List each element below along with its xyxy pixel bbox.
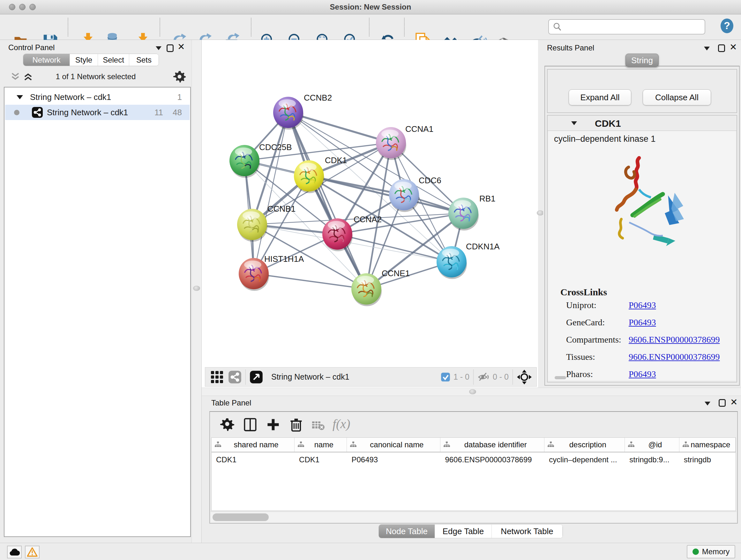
results-splitter[interactable] (538, 40, 543, 388)
network-canvas[interactable]: CCNB2CCNA1CDC25BCDK1CDC6RB1CCNB1CCNA2CDK… (202, 40, 538, 366)
maximize-panel-button[interactable] (166, 44, 174, 52)
search-input[interactable] (548, 19, 705, 35)
add-column-icon[interactable] (266, 418, 280, 432)
tab-node-table[interactable]: Node Table (379, 524, 435, 538)
horizontal-splitter[interactable] (202, 388, 741, 396)
network-collection-row[interactable]: String Network – cdk1 1 (5, 89, 190, 105)
string-view-icon[interactable] (228, 370, 242, 384)
hierarchy-icon (298, 440, 304, 449)
crosslink-value[interactable]: 9606.ENSP00000378699 (629, 352, 720, 362)
close-panel-button[interactable]: ✕ (178, 43, 185, 51)
results-buttons-box: Expand All Collapse All (547, 69, 737, 113)
table-scrollbar-thumb[interactable] (212, 513, 269, 521)
crosslink-label: GeneCard: (566, 317, 605, 327)
tab-string[interactable]: String (625, 54, 659, 67)
vertical-splitter[interactable] (192, 40, 202, 543)
table-options-gear-icon[interactable] (220, 418, 234, 432)
grid-view-icon[interactable] (210, 370, 224, 384)
collapse-all-button[interactable]: Collapse All (643, 89, 711, 105)
network-node-CCNA2[interactable] (322, 219, 353, 251)
network-edge-count: 48 (173, 108, 182, 118)
crosslink-value[interactable]: P06493 (629, 369, 656, 379)
table-cell[interactable]: CDK1 (294, 452, 347, 467)
node-label-CCNA2: CCNA2 (354, 214, 382, 224)
main-toolbar: ? (0, 15, 741, 40)
control-panel-tabs: Network Style Select Sets (23, 54, 159, 66)
crosslinks-title: CrossLinks (560, 287, 607, 298)
close-results-button[interactable]: ✕ (730, 44, 737, 51)
table-cell[interactable]: CDK1 (212, 452, 294, 467)
column-header-namespace[interactable]: namespace (679, 438, 736, 452)
table-horizontal-scrollbar[interactable] (211, 511, 737, 522)
tab-select[interactable]: Select (98, 54, 129, 66)
float-panel-button[interactable] (156, 46, 161, 50)
network-node-count: 11 (154, 108, 163, 118)
close-table-button[interactable]: ✕ (730, 398, 738, 406)
maximize-results-button[interactable] (718, 44, 725, 52)
warnings-button[interactable] (25, 546, 40, 558)
cloud-icon (9, 548, 20, 556)
network-options-gear-icon[interactable] (173, 70, 186, 83)
expand-all-button[interactable]: Expand All (569, 89, 631, 105)
table-box: f(x) shared namenamecanonical namedataba… (209, 411, 738, 523)
network-node-CCNE1[interactable] (351, 273, 382, 306)
collection-expander-icon[interactable] (17, 95, 23, 99)
column-header-canonical-name[interactable]: canonical name (347, 438, 441, 452)
column-header-database-identifier[interactable]: database identifier (441, 438, 544, 452)
pan-crosshair-icon[interactable] (517, 369, 532, 385)
cloud-button[interactable] (7, 546, 22, 558)
float-results-button[interactable] (704, 47, 710, 51)
status-bar: Memory (0, 543, 741, 560)
network-node-CCNA1[interactable] (376, 127, 406, 160)
table-cell[interactable]: cyclin–dependent ... (544, 452, 625, 467)
crosslink-value[interactable]: P06493 (629, 300, 656, 310)
hierarchy-icon (350, 440, 356, 449)
network-node-CDK1[interactable] (294, 160, 324, 193)
delete-column-icon[interactable] (289, 418, 303, 432)
birds-eye-view-icon[interactable] (250, 370, 263, 384)
column-header-description[interactable]: description (544, 438, 625, 452)
gene-description: cyclin–dependent kinase 1 (554, 134, 656, 144)
tab-style[interactable]: Style (70, 54, 98, 66)
crosslink-label: Tissues: (566, 352, 595, 362)
help-button[interactable]: ? (720, 18, 734, 34)
gene-section-header[interactable]: CDK1 (548, 116, 737, 131)
network-node-CDC6[interactable] (389, 179, 419, 212)
gene-expander-icon[interactable] (571, 121, 577, 125)
tab-network-table[interactable]: Network Table (492, 524, 562, 538)
network-node-CCNB1[interactable] (237, 209, 267, 242)
table-cell[interactable]: stringdb (679, 452, 736, 467)
table-row[interactable]: CDK1CDK1P064939606.ENSP00000378699cyclin… (212, 452, 736, 467)
tab-edge-table[interactable]: Edge Table (435, 524, 492, 538)
horizontal-scrollbar-thumb[interactable] (555, 376, 566, 379)
node-label-CDC25B: CDC25B (259, 142, 292, 152)
gene-name: CDK1 (595, 118, 621, 129)
tab-network[interactable]: Network (23, 54, 70, 66)
column-header-name[interactable]: name (294, 438, 347, 452)
network-view[interactable]: CCNB2CCNA1CDC25BCDK1CDC6RB1CCNB1CCNA2CDK… (202, 40, 538, 388)
float-table-button[interactable] (704, 401, 711, 406)
table-cell[interactable]: P06493 (347, 452, 441, 467)
show-columns-icon[interactable] (243, 418, 257, 432)
network-node-RB1[interactable] (448, 198, 479, 231)
network-node-CDKN1A[interactable] (436, 246, 467, 279)
svg-text:?: ? (724, 20, 730, 31)
network-row-selected[interactable]: String Network – cdk1 11 48 (5, 105, 190, 120)
node-label-CDC6: CDC6 (419, 176, 441, 185)
column-header-shared-name[interactable]: shared name (212, 438, 294, 452)
selected-checkbox-icon[interactable] (441, 372, 450, 382)
network-label: String Network – cdk1 (47, 108, 128, 118)
crosslink-value[interactable]: P06493 (629, 317, 656, 327)
network-node-CDC25B[interactable] (229, 145, 260, 178)
crosslink-value[interactable]: 9606.ENSP00000378699 (629, 334, 720, 345)
node-label-CCNB1: CCNB1 (267, 204, 295, 213)
table-cell[interactable]: 9606.ENSP00000378699 (441, 452, 544, 467)
tab-sets[interactable]: Sets (129, 54, 158, 66)
table-cell[interactable]: stringdb:9... (625, 452, 679, 467)
maximize-table-button[interactable] (719, 399, 726, 407)
node-label-HIST1H1A: HIST1H1A (264, 254, 304, 264)
column-header--id[interactable]: @id (625, 438, 679, 452)
title-bar: Session: New Session (0, 0, 741, 14)
hierarchy-icon (215, 440, 221, 449)
memory-button[interactable]: Memory (687, 545, 735, 558)
